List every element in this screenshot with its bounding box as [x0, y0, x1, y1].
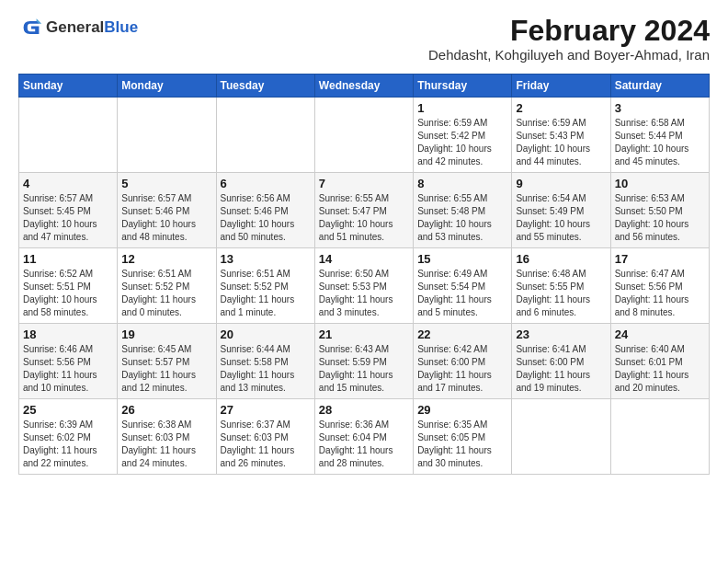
day-number: 28	[319, 403, 409, 417]
calendar-cell: 26Sunrise: 6:38 AM Sunset: 6:03 PM Dayli…	[118, 399, 216, 475]
day-number: 7	[319, 177, 409, 190]
weekday-row: Sunday Monday Tuesday Wednesday Thursday…	[19, 75, 710, 98]
logo: GeneralBlue	[18, 15, 138, 40]
day-info: Sunrise: 6:38 AM Sunset: 6:03 PM Dayligh…	[121, 419, 211, 470]
day-number: 24	[615, 327, 705, 341]
calendar-cell: 9Sunrise: 6:54 AM Sunset: 5:49 PM Daylig…	[512, 173, 610, 248]
page: GeneralBlue February 2024 Dehdasht, Kohg…	[0, 0, 728, 563]
day-number: 8	[417, 177, 507, 190]
day-info: Sunrise: 6:37 AM Sunset: 6:03 PM Dayligh…	[221, 419, 311, 470]
calendar-cell: 23Sunrise: 6:41 AM Sunset: 6:00 PM Dayli…	[512, 324, 610, 399]
calendar-cell: 12Sunrise: 6:51 AM Sunset: 5:52 PM Dayli…	[118, 248, 216, 324]
day-info: Sunrise: 6:52 AM Sunset: 5:51 PM Dayligh…	[23, 268, 113, 319]
day-info: Sunrise: 6:51 AM Sunset: 5:52 PM Dayligh…	[221, 268, 311, 319]
day-info: Sunrise: 6:56 AM Sunset: 5:46 PM Dayligh…	[221, 192, 311, 244]
day-number: 20	[221, 327, 311, 341]
calendar-cell	[314, 98, 413, 173]
day-number: 3	[615, 101, 705, 115]
day-number: 14	[319, 252, 409, 266]
day-number: 19	[121, 327, 211, 341]
day-info: Sunrise: 6:36 AM Sunset: 6:04 PM Dayligh…	[319, 419, 409, 470]
page-title: February 2024	[428, 15, 710, 47]
day-info: Sunrise: 6:44 AM Sunset: 5:58 PM Dayligh…	[221, 343, 311, 395]
day-info: Sunrise: 6:46 AM Sunset: 5:56 PM Dayligh…	[23, 343, 113, 395]
calendar-week-5: 25Sunrise: 6:39 AM Sunset: 6:02 PM Dayli…	[19, 399, 710, 475]
logo-icon	[18, 15, 44, 40]
calendar-cell: 16Sunrise: 6:48 AM Sunset: 5:55 PM Dayli…	[512, 248, 610, 324]
col-tuesday: Tuesday	[216, 75, 314, 98]
day-number: 23	[516, 327, 606, 341]
calendar-cell: 5Sunrise: 6:57 AM Sunset: 5:46 PM Daylig…	[118, 173, 216, 248]
day-number: 6	[221, 177, 311, 190]
col-monday: Monday	[118, 75, 216, 98]
logo-general: General	[46, 18, 104, 36]
calendar-cell: 4Sunrise: 6:57 AM Sunset: 5:45 PM Daylig…	[19, 173, 118, 248]
calendar-cell: 17Sunrise: 6:47 AM Sunset: 5:56 PM Dayli…	[610, 248, 709, 324]
day-info: Sunrise: 6:48 AM Sunset: 5:55 PM Dayligh…	[516, 268, 606, 319]
day-number: 13	[221, 252, 311, 266]
day-info: Sunrise: 6:57 AM Sunset: 5:46 PM Dayligh…	[121, 192, 211, 244]
day-number: 11	[23, 252, 113, 266]
col-wednesday: Wednesday	[314, 75, 413, 98]
calendar-cell	[216, 98, 314, 173]
day-number: 15	[417, 252, 507, 266]
day-info: Sunrise: 6:55 AM Sunset: 5:48 PM Dayligh…	[417, 192, 507, 244]
calendar-cell: 27Sunrise: 6:37 AM Sunset: 6:03 PM Dayli…	[216, 399, 314, 475]
day-info: Sunrise: 6:43 AM Sunset: 5:59 PM Dayligh…	[319, 343, 409, 395]
calendar-week-3: 11Sunrise: 6:52 AM Sunset: 5:51 PM Dayli…	[19, 248, 710, 324]
day-info: Sunrise: 6:59 AM Sunset: 5:42 PM Dayligh…	[417, 117, 507, 168]
day-number: 26	[121, 403, 211, 417]
calendar-header: Sunday Monday Tuesday Wednesday Thursday…	[19, 75, 710, 98]
calendar-body: 1Sunrise: 6:59 AM Sunset: 5:42 PM Daylig…	[19, 98, 710, 475]
day-number: 17	[615, 252, 705, 266]
col-thursday: Thursday	[414, 75, 512, 98]
calendar-cell: 22Sunrise: 6:42 AM Sunset: 6:00 PM Dayli…	[414, 324, 512, 399]
day-number: 12	[121, 252, 211, 266]
day-info: Sunrise: 6:51 AM Sunset: 5:52 PM Dayligh…	[121, 268, 211, 319]
day-number: 10	[615, 177, 705, 190]
calendar-cell: 2Sunrise: 6:59 AM Sunset: 5:43 PM Daylig…	[512, 98, 610, 173]
day-number: 25	[23, 403, 113, 417]
page-subtitle: Dehdasht, Kohgiluyeh and Boyer-Ahmad, Ir…	[428, 47, 710, 63]
day-info: Sunrise: 6:41 AM Sunset: 6:00 PM Dayligh…	[516, 343, 606, 395]
day-number: 16	[516, 252, 606, 266]
day-info: Sunrise: 6:53 AM Sunset: 5:50 PM Dayligh…	[615, 192, 705, 244]
calendar-cell	[512, 399, 610, 475]
day-info: Sunrise: 6:49 AM Sunset: 5:54 PM Dayligh…	[417, 268, 507, 319]
day-number: 18	[23, 327, 113, 341]
calendar-cell: 8Sunrise: 6:55 AM Sunset: 5:48 PM Daylig…	[414, 173, 512, 248]
day-info: Sunrise: 6:57 AM Sunset: 5:45 PM Dayligh…	[23, 192, 113, 244]
day-number: 1	[417, 101, 507, 115]
day-number: 22	[417, 327, 507, 341]
col-saturday: Saturday	[610, 75, 709, 98]
day-info: Sunrise: 6:40 AM Sunset: 6:01 PM Dayligh…	[615, 343, 705, 395]
day-info: Sunrise: 6:50 AM Sunset: 5:53 PM Dayligh…	[319, 268, 409, 319]
day-info: Sunrise: 6:42 AM Sunset: 6:00 PM Dayligh…	[417, 343, 507, 395]
day-number: 4	[23, 177, 113, 190]
calendar-week-1: 1Sunrise: 6:59 AM Sunset: 5:42 PM Daylig…	[19, 98, 710, 173]
calendar-cell	[19, 98, 118, 173]
calendar-cell: 10Sunrise: 6:53 AM Sunset: 5:50 PM Dayli…	[610, 173, 709, 248]
col-friday: Friday	[512, 75, 610, 98]
calendar-cell: 6Sunrise: 6:56 AM Sunset: 5:46 PM Daylig…	[216, 173, 314, 248]
calendar-table: Sunday Monday Tuesday Wednesday Thursday…	[18, 74, 710, 475]
calendar-cell: 7Sunrise: 6:55 AM Sunset: 5:47 PM Daylig…	[314, 173, 413, 248]
day-number: 5	[121, 177, 211, 190]
col-sunday: Sunday	[19, 75, 118, 98]
calendar-week-4: 18Sunrise: 6:46 AM Sunset: 5:56 PM Dayli…	[19, 324, 710, 399]
calendar-cell	[118, 98, 216, 173]
calendar-cell: 14Sunrise: 6:50 AM Sunset: 5:53 PM Dayli…	[314, 248, 413, 324]
day-number: 2	[516, 101, 606, 115]
calendar-cell: 21Sunrise: 6:43 AM Sunset: 5:59 PM Dayli…	[314, 324, 413, 399]
calendar-cell: 20Sunrise: 6:44 AM Sunset: 5:58 PM Dayli…	[216, 324, 314, 399]
day-info: Sunrise: 6:58 AM Sunset: 5:44 PM Dayligh…	[615, 117, 705, 168]
day-number: 29	[417, 403, 507, 417]
day-info: Sunrise: 6:47 AM Sunset: 5:56 PM Dayligh…	[615, 268, 705, 319]
calendar-cell: 24Sunrise: 6:40 AM Sunset: 6:01 PM Dayli…	[610, 324, 709, 399]
calendar-cell: 28Sunrise: 6:36 AM Sunset: 6:04 PM Dayli…	[314, 399, 413, 475]
logo-text: GeneralBlue	[46, 18, 138, 37]
calendar-cell: 25Sunrise: 6:39 AM Sunset: 6:02 PM Dayli…	[19, 399, 118, 475]
day-info: Sunrise: 6:54 AM Sunset: 5:49 PM Dayligh…	[516, 192, 606, 244]
calendar-cell: 3Sunrise: 6:58 AM Sunset: 5:44 PM Daylig…	[610, 98, 709, 173]
calendar-cell: 18Sunrise: 6:46 AM Sunset: 5:56 PM Dayli…	[19, 324, 118, 399]
